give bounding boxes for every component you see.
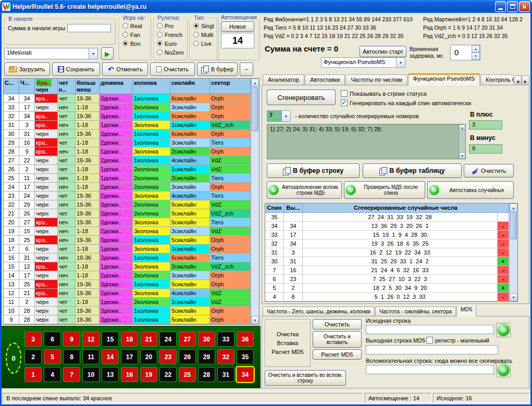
- scroll-thumb[interactable]: [510, 212, 517, 239]
- spins-scrollbar[interactable]: [509, 204, 517, 301]
- md5-clear-button[interactable]: Очистить: [313, 319, 362, 329]
- board-cell-0[interactable]: 0: [6, 342, 21, 374]
- board-cell-36[interactable]: 36: [237, 332, 254, 347]
- table-row[interactable]: 2722чернчет19-362дюжи..1колонка4сиклайнV…: [4, 156, 259, 165]
- generate-every-spin-checkbox[interactable]: Генерировать на каждый спин автоматическ…: [341, 99, 471, 106]
- board-cell-31[interactable]: 31: [217, 367, 234, 382]
- board-cell-2[interactable]: 2: [24, 349, 42, 364]
- board-cell-15[interactable]: 15: [102, 332, 119, 347]
- scroll-thumb[interactable]: [252, 87, 258, 131]
- board-cell-9[interactable]: 9: [63, 332, 80, 347]
- table-row[interactable]: 1512кра..чет1-181дюжи..3колонка2сиклайнV…: [4, 262, 259, 271]
- md5-calc-button[interactable]: Расчет MD5: [313, 349, 362, 360]
- table-row[interactable]: 112чернчет1-181дюжи..2колонка1сиклайнVdZ: [4, 298, 259, 307]
- clear-button[interactable]: Очистить: [150, 62, 195, 76]
- table-row[interactable]: 2916кра..чет1-182дюжи..1колонка3сиклайнT…: [4, 138, 259, 147]
- table-row[interactable]: 1325кра..неч19-363дюжи..1колонка5сиклайн…: [4, 280, 259, 289]
- table-row[interactable]: 2417черннеч1-182дюжи..2колонка3сиклайнOr…: [4, 183, 259, 192]
- table-row[interactable]: 3434кра..чет19-363дюжи..1колонка6сиклайн…: [4, 94, 259, 103]
- board-cell-12[interactable]: 12: [82, 332, 100, 347]
- new-button[interactable]: Новое: [221, 21, 254, 32]
- board-cell-27[interactable]: 27: [179, 332, 196, 347]
- table-row[interactable]: 2126чернчет19-363дюжи..2колонка5сиклайнV…: [4, 209, 259, 218]
- radio-fan[interactable]: Fan: [119, 30, 151, 39]
- board-cell-34[interactable]: 34: [237, 367, 254, 382]
- radio-pro[interactable]: Pro: [154, 21, 187, 30]
- copy-table-button[interactable]: В буфер таблицу: [363, 163, 462, 178]
- md5-refresh-button-1[interactable]: [496, 323, 511, 337]
- table-row[interactable]: 176чернчет1-181дюжи..3колонка1сиклайнOrp…: [4, 245, 259, 253]
- load-button[interactable]: Загрузить: [4, 62, 50, 76]
- table-row[interactable]: 1825кра..неч19-363дюжи..1колонка5сиклайн…: [4, 236, 259, 245]
- clear-paste-aux-button[interactable]: Очистить и вставить во вспом. строку: [265, 370, 346, 386]
- board-cell-20[interactable]: 20: [140, 349, 157, 364]
- autofill-md5-button[interactable]: Автозаполнение вспом. строки МД5: [267, 181, 342, 199]
- close-button[interactable]: [519, 1, 530, 12]
- board-cell-29[interactable]: 29: [198, 349, 215, 364]
- tab-5[interactable]: Контроль банкро: [480, 74, 514, 85]
- table-row[interactable]: 1028чернчет19-363дюжи..1колонка5сиклайнO…: [4, 307, 259, 315]
- spin-row[interactable]: 31316 2 12 19 22 34 33-: [265, 248, 517, 257]
- table-row[interactable]: 928чернчет19-363дюжи..1колонка5сиклайнOr…: [4, 315, 259, 324]
- radio-live[interactable]: Live: [190, 39, 218, 47]
- board-cell-30[interactable]: 30: [198, 332, 215, 347]
- board-cell-10[interactable]: 10: [82, 367, 100, 382]
- spin-row[interactable]: 331715 19 1 9 4 28 30-: [265, 231, 517, 239]
- scroll-down-icon[interactable]: [459, 153, 465, 159]
- aux-string-input[interactable]: [366, 365, 494, 374]
- save-button[interactable]: Сохранить: [52, 62, 100, 76]
- scroll-up-icon[interactable]: [510, 204, 517, 212]
- autobet-random-button[interactable]: Автоставка случайных: [427, 181, 514, 199]
- undo-button[interactable]: Отменить: [102, 62, 148, 76]
- table-row[interactable]: 1915черннеч1-182дюжи..3колонка3сиклайнVd…: [4, 227, 259, 236]
- board-cell-33[interactable]: 33: [217, 332, 234, 347]
- board-cell-11[interactable]: 11: [82, 349, 100, 364]
- start-sum-input[interactable]: [67, 24, 111, 32]
- board-cell-24[interactable]: 24: [159, 332, 177, 347]
- tab-3[interactable]: Частоты по числам: [345, 74, 407, 85]
- md5-clear-paste-button[interactable]: Очистить и вставить: [313, 331, 362, 348]
- board-cell-17[interactable]: 17: [121, 349, 138, 364]
- count-select[interactable]: 7: [267, 110, 291, 122]
- radio-french[interactable]: French: [154, 30, 187, 39]
- copy-button[interactable]: В буфер: [197, 62, 238, 76]
- spin-row[interactable]: 71621 24 4 6 32 16 33-: [265, 266, 517, 275]
- radio-bon[interactable]: Bon: [119, 39, 151, 47]
- table-row[interactable]: 2027кра..неч19-363дюжи..3колонка5сиклайн…: [4, 218, 259, 227]
- table-row[interactable]: 3031черннеч19-363дюжи..1колонка6сиклайнO…: [4, 130, 259, 138]
- spin-row[interactable]: 5218 2 5 30 34 9 20+: [265, 284, 517, 293]
- board-cell-4[interactable]: 4: [44, 367, 61, 382]
- board-cell-26[interactable]: 26: [179, 349, 196, 364]
- board-cell-6[interactable]: 6: [44, 332, 61, 347]
- spin-row[interactable]: 343413 36 29 3 20 26 1-: [265, 222, 517, 231]
- spin-row[interactable]: 6237 25 27 10 3 22 3-: [265, 275, 517, 284]
- spin-row[interactable]: 303131 25 29 33 1 24 2+: [265, 257, 517, 266]
- scroll-up-icon[interactable]: [251, 79, 259, 87]
- clear-generated-button[interactable]: Очистить: [464, 164, 514, 177]
- board-cell-23[interactable]: 23: [159, 349, 177, 364]
- spin-row[interactable]: 323419 3 26 18 6 35 25-: [265, 239, 517, 248]
- board-cell-21[interactable]: 21: [140, 332, 157, 347]
- spinner-down-icon[interactable]: [472, 53, 480, 60]
- check-md5-button[interactable]: Проверить МД5 после спина: [344, 181, 425, 199]
- generate-button[interactable]: Сгенерировать: [267, 90, 336, 105]
- board-cell-16[interactable]: 16: [121, 367, 138, 382]
- table-row[interactable]: 3234кра..чет19-363дюжи..1колонка6сиклайн…: [4, 112, 259, 121]
- freq-tab-2[interactable]: Частота - сиклайны, сектора: [375, 307, 456, 316]
- output-string-input[interactable]: [366, 345, 498, 354]
- board-cell-28[interactable]: 28: [198, 367, 215, 382]
- tabs-scroll-right[interactable]: [522, 75, 529, 84]
- board-cell-32[interactable]: 32: [217, 349, 234, 364]
- radio-singl[interactable]: Singl: [190, 21, 218, 30]
- lowercase-checkbox[interactable]: регистр - маленький: [426, 337, 489, 344]
- radio-nozero[interactable]: NoZero: [154, 47, 187, 56]
- scroll-down-icon[interactable]: [251, 316, 259, 324]
- spinner-up-icon[interactable]: [472, 45, 480, 53]
- chevron-down-icon[interactable]: [396, 58, 405, 67]
- radio-euro[interactable]: Euro: [154, 39, 187, 47]
- tab-4[interactable]: Функционал PsevdoMS: [408, 73, 480, 85]
- minus-button[interactable]: −: [240, 62, 253, 76]
- play-button[interactable]: [101, 47, 114, 60]
- board-cell-25[interactable]: 25: [179, 367, 196, 382]
- chevron-down-icon[interactable]: [281, 111, 290, 121]
